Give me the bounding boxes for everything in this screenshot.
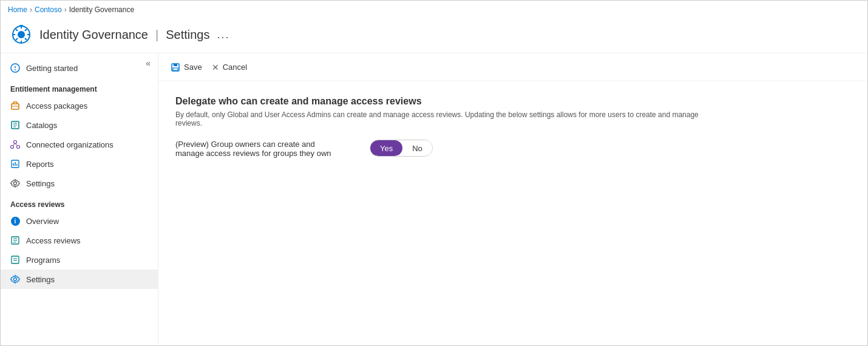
svg-point-11 — [14, 141, 17, 144]
gear-icon-ar — [10, 274, 20, 284]
sidebar-item-programs[interactable]: Programs — [1, 250, 158, 270]
sidebar-collapse-button[interactable]: « — [146, 58, 151, 68]
svg-point-4 — [15, 69, 16, 70]
sidebar-item-reports-label: Reports — [26, 160, 54, 169]
section-title: Delegate who can create and manage acces… — [175, 96, 850, 107]
reports-icon — [10, 159, 20, 169]
section-description: By default, only Global and User Access … — [175, 110, 722, 127]
reviews-icon — [10, 236, 20, 245]
sidebar-item-access-reviews[interactable]: Access reviews — [1, 231, 158, 250]
programs-icon — [10, 255, 20, 265]
sidebar-item-entitlement-settings-label: Settings — [26, 179, 55, 188]
sidebar-item-entitlement-settings[interactable]: Settings — [1, 174, 158, 193]
sidebar-item-catalogs-label: Catalogs — [26, 121, 57, 130]
getting-started-icon — [10, 63, 20, 73]
content-body: Delegate who can create and manage acces… — [158, 81, 867, 182]
save-label: Save — [184, 63, 202, 72]
svg-point-20 — [14, 182, 17, 185]
sidebar-item-connected-organizations[interactable]: Connected organizations — [1, 135, 158, 154]
breadcrumb: Home › Contoso › Identity Governance — [1, 1, 867, 19]
sidebar-item-overview[interactable]: i Overview — [1, 211, 158, 231]
setting-row-group-owners: (Preview) Group owners can create and ma… — [175, 140, 850, 158]
cancel-icon: ✕ — [212, 63, 219, 72]
sidebar-item-overview-label: Overview — [26, 217, 59, 226]
sidebar-item-getting-started[interactable]: Getting started — [1, 58, 158, 78]
toggle-group-group-owners[interactable]: Yes No — [370, 140, 433, 157]
header-ellipsis-menu[interactable]: ... — [217, 29, 229, 41]
identity-governance-icon — [10, 24, 32, 46]
entitlement-management-section-label: Entitlement management — [1, 78, 158, 96]
sidebar-item-access-packages-label: Access packages — [26, 101, 87, 110]
svg-rect-25 — [12, 256, 19, 263]
svg-point-28 — [14, 278, 17, 281]
svg-rect-30 — [174, 64, 177, 66]
page-header: Identity Governance | Settings ... — [1, 19, 867, 53]
sidebar-item-getting-started-label: Getting started — [26, 64, 78, 73]
cancel-button[interactable]: ✕ Cancel — [212, 60, 247, 75]
save-button[interactable]: Save — [171, 59, 202, 75]
sidebar-item-connected-organizations-label: Connected organizations — [26, 140, 114, 149]
access-reviews-section-label: Access reviews — [1, 193, 158, 211]
toggle-yes-button[interactable]: Yes — [370, 140, 402, 156]
sidebar-item-ar-settings-label: Settings — [26, 275, 55, 284]
sidebar-item-programs-label: Programs — [26, 256, 60, 265]
sidebar: « Getting started Entitlement management… — [1, 53, 158, 345]
svg-rect-31 — [173, 68, 178, 70]
save-icon — [171, 62, 180, 72]
breadcrumb-home[interactable]: Home — [8, 5, 27, 14]
setting-label-group-owners: (Preview) Group owners can create and ma… — [175, 140, 345, 158]
info-icon: i — [10, 216, 20, 226]
svg-point-1 — [18, 31, 25, 38]
toggle-no-button[interactable]: No — [402, 140, 432, 156]
svg-point-13 — [17, 146, 20, 149]
main-content: Save ✕ Cancel Delegate who can create an… — [158, 53, 867, 345]
svg-line-15 — [15, 144, 18, 146]
header-subtitle: Settings — [166, 28, 209, 42]
header-title: Identity Governance — [39, 28, 148, 42]
cancel-label: Cancel — [223, 63, 247, 72]
sidebar-item-access-reviews-label: Access reviews — [26, 236, 81, 245]
breadcrumb-contoso[interactable]: Contoso — [35, 5, 62, 14]
catalog-icon — [10, 120, 20, 130]
svg-point-12 — [11, 146, 14, 149]
org-icon — [10, 140, 20, 149]
package-icon — [10, 101, 20, 110]
sidebar-item-access-packages[interactable]: Access packages — [1, 96, 158, 115]
toolbar: Save ✕ Cancel — [158, 53, 867, 81]
gear-icon-entitlement — [10, 178, 20, 188]
sidebar-item-catalogs[interactable]: Catalogs — [1, 115, 158, 135]
svg-line-14 — [13, 144, 15, 146]
sidebar-item-ar-settings[interactable]: Settings — [1, 270, 158, 289]
breadcrumb-identity-governance: Identity Governance — [69, 5, 134, 14]
sidebar-item-reports[interactable]: Reports — [1, 154, 158, 174]
